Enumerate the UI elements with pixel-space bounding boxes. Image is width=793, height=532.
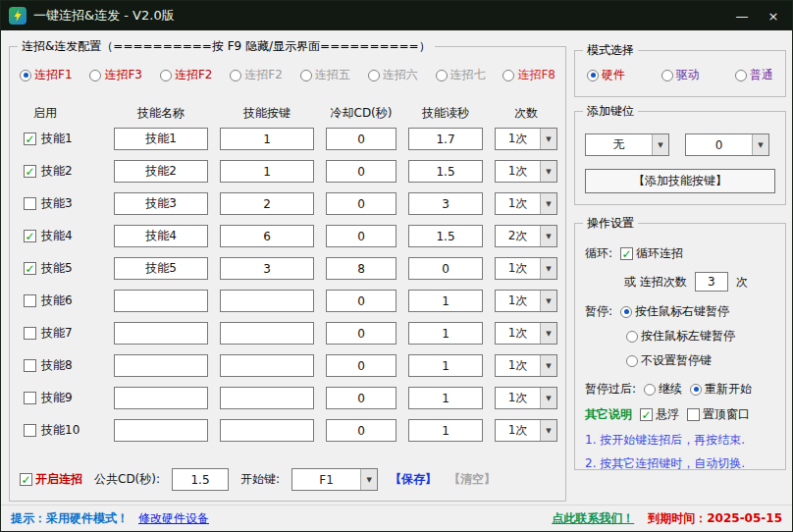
combo-tab-f2[interactable]: 连招F2 <box>160 67 213 83</box>
skill-cast-input[interactable] <box>408 387 483 409</box>
mode-option-normal[interactable]: 普通 <box>735 67 773 83</box>
skill-cast-input[interactable] <box>408 128 483 150</box>
enable-combo-checkbox[interactable]: 开启连招 <box>20 471 82 488</box>
loop-combo-checkbox[interactable]: 循环连招 <box>620 245 683 262</box>
skill-cast-input[interactable] <box>408 257 483 280</box>
column-header-enable: 启用 <box>20 105 102 122</box>
skill-cd-input[interactable] <box>326 257 396 280</box>
skill-key-input[interactable] <box>220 257 314 280</box>
public-cd-input[interactable] <box>172 468 229 491</box>
start-key-select[interactable]: F1 <box>291 468 378 491</box>
skill-key-input[interactable] <box>220 290 314 312</box>
clear-button[interactable]: 【清空】 <box>449 471 496 488</box>
after-pause-restart[interactable]: 重新开始 <box>690 381 752 398</box>
mode-option-driver[interactable]: 驱动 <box>661 67 700 83</box>
combo-tab-f8[interactable]: 连招F8 <box>502 67 555 83</box>
skill-enable[interactable]: 技能1 <box>20 131 102 147</box>
skill-cd-input[interactable] <box>326 225 396 247</box>
skill-count-select[interactable]: 1次 <box>495 290 557 312</box>
after-pause-continue[interactable]: 继续 <box>644 381 682 398</box>
skill-name-input[interactable] <box>114 354 208 377</box>
skill-enable[interactable]: 技能4 <box>20 228 102 244</box>
skill-key-input[interactable] <box>220 128 314 150</box>
skill-cast-input[interactable] <box>408 354 483 377</box>
combo-tab-f3[interactable]: 连招F3 <box>89 67 142 83</box>
skill-cast-input[interactable] <box>408 225 483 247</box>
status-right: 点此联系我们！ 到期时间：2025-05-15 <box>552 510 782 527</box>
skill-cast-input[interactable] <box>408 160 483 183</box>
skill-name-input[interactable] <box>114 225 208 247</box>
keybind-count-select[interactable]: 0 <box>685 133 769 156</box>
skill-key-input[interactable] <box>220 225 314 247</box>
checkbox-icon <box>24 424 36 437</box>
combo-tab-5[interactable]: 连招五 <box>300 67 350 83</box>
skill-count-select[interactable]: 1次 <box>495 128 557 150</box>
modify-hardware-link[interactable]: 修改硬件设备 <box>138 510 209 527</box>
skill-count-select[interactable]: 2次 <box>495 225 557 247</box>
close-button[interactable]: × <box>763 6 784 26</box>
loop-count-input[interactable] <box>695 272 728 292</box>
skill-enable[interactable]: 技能9 <box>20 390 102 406</box>
skill-count-select[interactable]: 1次 <box>495 354 557 377</box>
skill-cast-input[interactable] <box>408 192 483 215</box>
instruction-note-2: 2. 按其它连招键时，自动切换. <box>585 455 745 472</box>
minimize-button[interactable]: — <box>731 6 753 26</box>
skill-enable[interactable]: 技能10 <box>20 422 102 439</box>
pause-option-left-mouse[interactable]: 按住鼠标左键暂停 <box>626 328 735 345</box>
combo-tab-7[interactable]: 连招七 <box>436 67 486 83</box>
skill-count-select[interactable]: 1次 <box>495 387 557 409</box>
skill-key-input[interactable] <box>220 192 314 215</box>
skill-name-input[interactable] <box>114 257 208 280</box>
skill-key-input[interactable] <box>220 160 314 183</box>
skill-name-input[interactable] <box>114 128 208 150</box>
skill-count-select[interactable]: 1次 <box>495 257 557 280</box>
skill-name-input[interactable] <box>114 192 208 215</box>
mode-option-hardware[interactable]: 硬件 <box>587 67 625 83</box>
skill-cast-input[interactable] <box>408 419 483 442</box>
combo-tab-4[interactable]: 连招F2 <box>230 67 283 83</box>
skill-enable[interactable]: 技能2 <box>20 163 102 180</box>
combo-tab-6[interactable]: 连招六 <box>368 67 418 83</box>
skill-cd-input[interactable] <box>326 322 396 345</box>
save-button[interactable]: 【保存】 <box>390 471 437 488</box>
pause-option-right-mouse[interactable]: 按住鼠标右键暂停 <box>620 303 729 320</box>
skill-name-input[interactable] <box>114 160 208 183</box>
radio-icon <box>502 70 514 81</box>
skill-enable[interactable]: 技能5 <box>20 260 102 277</box>
skill-enable[interactable]: 技能8 <box>20 357 102 374</box>
skill-cast-input[interactable] <box>408 290 483 312</box>
skill-key-input[interactable] <box>220 387 314 409</box>
add-skill-key-button[interactable]: 【添加技能按键】 <box>585 169 775 193</box>
skill-cd-input[interactable] <box>326 419 396 442</box>
keybind-key-select[interactable]: 无 <box>585 133 669 156</box>
combo-tab-f1[interactable]: 连招F1 <box>20 67 73 83</box>
skill-enable[interactable]: 技能7 <box>20 325 102 342</box>
skill-enable[interactable]: 技能3 <box>20 195 102 212</box>
skill-count-select[interactable]: 1次 <box>495 160 557 183</box>
mode-group: 模式选择 硬件 驱动 普通 <box>574 50 786 97</box>
skill-name-input[interactable] <box>114 387 208 409</box>
topmost-window-checkbox[interactable]: 置顶窗口 <box>687 406 750 423</box>
skill-key-input[interactable] <box>220 322 314 345</box>
skill-cd-input[interactable] <box>326 290 396 312</box>
operation-group: 操作设置 循环: 循环连招 或 连招次数 次 暂停: 按住鼠标右键暂停 <box>574 223 786 470</box>
skill-name-input[interactable] <box>114 419 208 442</box>
skill-cast-input[interactable] <box>408 322 483 345</box>
skill-cd-input[interactable] <box>326 387 396 409</box>
skill-key-input[interactable] <box>220 354 314 377</box>
skill-cd-input[interactable] <box>326 128 396 150</box>
float-window-checkbox[interactable]: 悬浮 <box>640 406 679 423</box>
contact-us-link[interactable]: 点此联系我们！ <box>552 510 634 527</box>
skill-cd-input[interactable] <box>326 160 396 183</box>
skill-enable[interactable]: 技能6 <box>20 293 102 309</box>
skill-count-select[interactable]: 1次 <box>495 322 557 345</box>
skill-count-select[interactable]: 1次 <box>495 192 557 215</box>
skill-cd-input[interactable] <box>326 354 396 377</box>
skill-cd-input[interactable] <box>326 192 396 215</box>
topmost-window-label: 置顶窗口 <box>703 406 750 423</box>
skill-key-input[interactable] <box>220 419 314 442</box>
skill-name-input[interactable] <box>114 322 208 345</box>
skill-name-input[interactable] <box>114 290 208 312</box>
pause-option-none[interactable]: 不设置暂停键 <box>626 352 712 369</box>
skill-count-select[interactable]: 1次 <box>495 419 557 442</box>
